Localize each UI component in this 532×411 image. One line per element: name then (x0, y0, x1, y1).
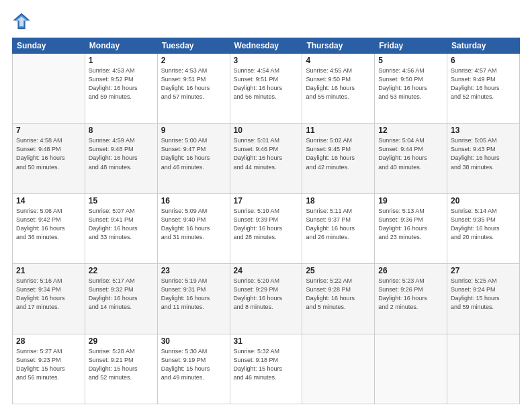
calendar-cell: 24Sunrise: 5:20 AM Sunset: 9:29 PM Dayli… (230, 264, 302, 334)
weekday-header-saturday: Saturday (447, 38, 520, 54)
day-info: Sunrise: 5:02 AM Sunset: 9:45 PM Dayligh… (306, 136, 371, 171)
calendar-cell: 20Sunrise: 5:14 AM Sunset: 9:35 PM Dayli… (447, 193, 520, 263)
day-info: Sunrise: 5:22 AM Sunset: 9:28 PM Dayligh… (306, 277, 371, 312)
calendar-cell: 26Sunrise: 5:23 AM Sunset: 9:26 PM Dayli… (375, 264, 447, 334)
day-info: Sunrise: 5:32 AM Sunset: 9:18 PM Dayligh… (234, 347, 299, 382)
day-number: 8 (89, 126, 154, 135)
day-info: Sunrise: 5:07 AM Sunset: 9:41 PM Dayligh… (89, 207, 154, 242)
calendar-cell: 9Sunrise: 5:00 AM Sunset: 9:47 PM Daylig… (157, 124, 230, 193)
calendar-cell (375, 334, 447, 404)
page: SundayMondayTuesdayWednesdayThursdayFrid… (0, 0, 532, 411)
day-info: Sunrise: 5:25 AM Sunset: 9:24 PM Dayligh… (451, 277, 516, 312)
calendar-cell: 12Sunrise: 5:04 AM Sunset: 9:44 PM Dayli… (375, 124, 447, 193)
day-number: 17 (234, 196, 299, 205)
calendar-cell (302, 334, 375, 404)
day-number: 14 (16, 196, 81, 205)
calendar-cell: 8Sunrise: 4:59 AM Sunset: 9:48 PM Daylig… (85, 124, 157, 193)
calendar-cell: 16Sunrise: 5:09 AM Sunset: 9:40 PM Dayli… (157, 193, 230, 263)
calendar-week-row: 21Sunrise: 5:16 AM Sunset: 9:34 PM Dayli… (13, 264, 520, 334)
calendar-cell: 19Sunrise: 5:13 AM Sunset: 9:36 PM Dayli… (375, 193, 447, 263)
day-number: 13 (451, 126, 516, 135)
calendar-cell: 2Sunrise: 4:53 AM Sunset: 9:51 PM Daylig… (157, 54, 230, 124)
day-info: Sunrise: 5:10 AM Sunset: 9:39 PM Dayligh… (234, 207, 299, 242)
day-number: 1 (89, 56, 154, 65)
day-info: Sunrise: 5:04 AM Sunset: 9:44 PM Dayligh… (378, 136, 443, 171)
weekday-header-monday: Monday (85, 38, 157, 54)
day-number: 12 (378, 126, 443, 135)
day-number: 25 (306, 266, 371, 275)
weekday-header-thursday: Thursday (302, 38, 375, 54)
day-number: 3 (234, 56, 299, 65)
day-info: Sunrise: 5:01 AM Sunset: 9:46 PM Dayligh… (234, 136, 299, 171)
day-number: 31 (234, 336, 299, 346)
calendar-cell: 23Sunrise: 5:19 AM Sunset: 9:31 PM Dayli… (157, 264, 230, 334)
weekday-header-wednesday: Wednesday (230, 38, 302, 54)
day-info: Sunrise: 5:09 AM Sunset: 9:40 PM Dayligh… (161, 207, 226, 242)
day-number: 16 (161, 196, 226, 205)
day-info: Sunrise: 5:19 AM Sunset: 9:31 PM Dayligh… (161, 277, 226, 312)
day-number: 4 (306, 56, 371, 65)
day-number: 21 (16, 266, 81, 275)
day-info: Sunrise: 4:55 AM Sunset: 9:50 PM Dayligh… (306, 66, 371, 101)
day-info: Sunrise: 5:11 AM Sunset: 9:37 PM Dayligh… (306, 207, 371, 242)
calendar-week-row: 1Sunrise: 4:53 AM Sunset: 9:52 PM Daylig… (13, 54, 520, 124)
day-number: 2 (161, 56, 226, 65)
day-info: Sunrise: 5:30 AM Sunset: 9:19 PM Dayligh… (161, 347, 226, 382)
day-number: 30 (161, 336, 226, 346)
calendar-week-row: 7Sunrise: 4:58 AM Sunset: 9:48 PM Daylig… (13, 124, 520, 193)
day-info: Sunrise: 5:23 AM Sunset: 9:26 PM Dayligh… (378, 277, 443, 312)
logo (12, 12, 34, 31)
calendar-cell: 29Sunrise: 5:28 AM Sunset: 9:21 PM Dayli… (85, 334, 157, 404)
day-info: Sunrise: 4:58 AM Sunset: 9:48 PM Dayligh… (16, 136, 81, 171)
calendar-cell: 4Sunrise: 4:55 AM Sunset: 9:50 PM Daylig… (302, 54, 375, 124)
calendar-cell: 11Sunrise: 5:02 AM Sunset: 9:45 PM Dayli… (302, 124, 375, 193)
day-number: 28 (16, 336, 81, 346)
calendar-cell: 28Sunrise: 5:27 AM Sunset: 9:23 PM Dayli… (13, 334, 85, 404)
day-info: Sunrise: 4:53 AM Sunset: 9:51 PM Dayligh… (161, 66, 226, 101)
day-number: 27 (451, 266, 516, 275)
calendar-cell: 13Sunrise: 5:05 AM Sunset: 9:43 PM Dayli… (447, 124, 520, 193)
weekday-header-sunday: Sunday (13, 38, 85, 54)
day-number: 10 (234, 126, 299, 135)
calendar-cell: 21Sunrise: 5:16 AM Sunset: 9:34 PM Dayli… (13, 264, 85, 334)
day-info: Sunrise: 5:05 AM Sunset: 9:43 PM Dayligh… (451, 136, 516, 171)
calendar-cell: 25Sunrise: 5:22 AM Sunset: 9:28 PM Dayli… (302, 264, 375, 334)
day-info: Sunrise: 4:59 AM Sunset: 9:48 PM Dayligh… (89, 136, 154, 171)
weekday-header-row: SundayMondayTuesdayWednesdayThursdayFrid… (13, 38, 520, 54)
day-info: Sunrise: 5:00 AM Sunset: 9:47 PM Dayligh… (161, 136, 226, 171)
calendar-cell (13, 54, 85, 124)
day-number: 24 (234, 266, 299, 275)
day-number: 19 (378, 196, 443, 205)
day-number: 29 (89, 336, 154, 346)
calendar-cell: 5Sunrise: 4:56 AM Sunset: 9:50 PM Daylig… (375, 54, 447, 124)
calendar-week-row: 14Sunrise: 5:06 AM Sunset: 9:42 PM Dayli… (13, 193, 520, 263)
calendar-cell: 27Sunrise: 5:25 AM Sunset: 9:24 PM Dayli… (447, 264, 520, 334)
calendar-cell: 30Sunrise: 5:30 AM Sunset: 9:19 PM Dayli… (157, 334, 230, 404)
header (12, 12, 520, 31)
calendar-cell: 22Sunrise: 5:17 AM Sunset: 9:32 PM Dayli… (85, 264, 157, 334)
day-number: 7 (16, 126, 81, 135)
calendar-cell: 15Sunrise: 5:07 AM Sunset: 9:41 PM Dayli… (85, 193, 157, 263)
day-number: 9 (161, 126, 226, 135)
calendar-cell: 1Sunrise: 4:53 AM Sunset: 9:52 PM Daylig… (85, 54, 157, 124)
day-info: Sunrise: 4:54 AM Sunset: 9:51 PM Dayligh… (234, 66, 299, 101)
day-info: Sunrise: 4:53 AM Sunset: 9:52 PM Dayligh… (89, 66, 154, 101)
weekday-header-tuesday: Tuesday (157, 38, 230, 54)
day-info: Sunrise: 4:56 AM Sunset: 9:50 PM Dayligh… (378, 66, 443, 101)
day-info: Sunrise: 5:17 AM Sunset: 9:32 PM Dayligh… (89, 277, 154, 312)
calendar-cell: 14Sunrise: 5:06 AM Sunset: 9:42 PM Dayli… (13, 193, 85, 263)
day-number: 20 (451, 196, 516, 205)
calendar-cell: 17Sunrise: 5:10 AM Sunset: 9:39 PM Dayli… (230, 193, 302, 263)
calendar-cell: 6Sunrise: 4:57 AM Sunset: 9:49 PM Daylig… (447, 54, 520, 124)
weekday-header-friday: Friday (375, 38, 447, 54)
day-info: Sunrise: 5:16 AM Sunset: 9:34 PM Dayligh… (16, 277, 81, 312)
day-info: Sunrise: 5:28 AM Sunset: 9:21 PM Dayligh… (89, 347, 154, 382)
day-info: Sunrise: 5:13 AM Sunset: 9:36 PM Dayligh… (378, 207, 443, 242)
calendar-cell: 18Sunrise: 5:11 AM Sunset: 9:37 PM Dayli… (302, 193, 375, 263)
day-info: Sunrise: 5:27 AM Sunset: 9:23 PM Dayligh… (16, 347, 81, 382)
day-number: 15 (89, 196, 154, 205)
calendar-cell: 10Sunrise: 5:01 AM Sunset: 9:46 PM Dayli… (230, 124, 302, 193)
day-number: 6 (451, 56, 516, 65)
calendar-cell: 3Sunrise: 4:54 AM Sunset: 9:51 PM Daylig… (230, 54, 302, 124)
day-number: 18 (306, 196, 371, 205)
